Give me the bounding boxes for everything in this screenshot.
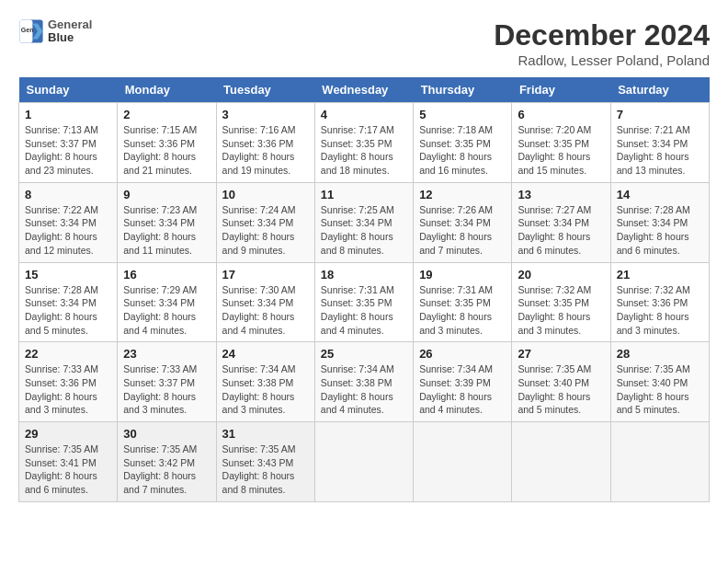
day-detail: Sunrise: 7:15 AM Sunset: 3:36 PM Dayligh… bbox=[123, 123, 210, 178]
day-number: 26 bbox=[419, 347, 506, 361]
calendar-cell: 20 Sunrise: 7:32 AM Sunset: 3:35 PM Dayl… bbox=[512, 262, 610, 342]
day-detail: Sunrise: 7:29 AM Sunset: 3:34 PM Dayligh… bbox=[123, 283, 210, 338]
day-detail: Sunrise: 7:31 AM Sunset: 3:35 PM Dayligh… bbox=[321, 283, 407, 338]
calendar-cell: 5 Sunrise: 7:18 AM Sunset: 3:35 PM Dayli… bbox=[414, 103, 512, 183]
day-number: 30 bbox=[123, 427, 210, 441]
day-number: 20 bbox=[518, 268, 604, 282]
calendar-cell: 23 Sunrise: 7:33 AM Sunset: 3:37 PM Dayl… bbox=[118, 342, 216, 422]
calendar-cell: 28 Sunrise: 7:35 AM Sunset: 3:40 PM Dayl… bbox=[610, 342, 709, 422]
calendar-day-header: Sunday bbox=[19, 77, 118, 103]
calendar-day-header: Saturday bbox=[610, 77, 709, 103]
calendar-cell: 10 Sunrise: 7:24 AM Sunset: 3:34 PM Dayl… bbox=[216, 182, 314, 262]
day-detail: Sunrise: 7:13 AM Sunset: 3:37 PM Dayligh… bbox=[25, 123, 111, 178]
day-number: 3 bbox=[222, 108, 309, 121]
calendar-week-row: 22 Sunrise: 7:33 AM Sunset: 3:36 PM Dayl… bbox=[19, 342, 710, 422]
calendar-cell: 18 Sunrise: 7:31 AM Sunset: 3:35 PM Dayl… bbox=[314, 262, 413, 342]
day-detail: Sunrise: 7:31 AM Sunset: 3:35 PM Dayligh… bbox=[419, 283, 506, 338]
calendar-cell bbox=[610, 422, 709, 502]
day-detail: Sunrise: 7:23 AM Sunset: 3:34 PM Dayligh… bbox=[123, 203, 210, 258]
logo: Gen General Blue bbox=[18, 18, 92, 45]
day-detail: Sunrise: 7:33 AM Sunset: 3:36 PM Dayligh… bbox=[25, 362, 111, 417]
day-number: 17 bbox=[222, 268, 309, 282]
day-number: 2 bbox=[123, 108, 210, 121]
day-detail: Sunrise: 7:35 AM Sunset: 3:40 PM Dayligh… bbox=[617, 362, 703, 417]
svg-text:Gen: Gen bbox=[21, 28, 34, 34]
calendar-cell: 27 Sunrise: 7:35 AM Sunset: 3:40 PM Dayl… bbox=[512, 342, 610, 422]
calendar-cell: 8 Sunrise: 7:22 AM Sunset: 3:34 PM Dayli… bbox=[19, 182, 118, 262]
calendar-header-row: SundayMondayTuesdayWednesdayThursdayFrid… bbox=[19, 77, 710, 103]
day-detail: Sunrise: 7:24 AM Sunset: 3:34 PM Dayligh… bbox=[222, 203, 309, 258]
day-number: 19 bbox=[419, 268, 506, 282]
calendar-cell bbox=[314, 422, 413, 502]
page-header: Gen General Blue December 2024 Radlow, L… bbox=[18, 18, 710, 68]
calendar-cell: 30 Sunrise: 7:35 AM Sunset: 3:42 PM Dayl… bbox=[118, 422, 216, 502]
calendar-cell: 16 Sunrise: 7:29 AM Sunset: 3:34 PM Dayl… bbox=[118, 262, 216, 342]
calendar-cell: 25 Sunrise: 7:34 AM Sunset: 3:38 PM Dayl… bbox=[314, 342, 413, 422]
day-number: 21 bbox=[617, 268, 703, 282]
calendar-day-header: Thursday bbox=[414, 77, 512, 103]
calendar-cell: 31 Sunrise: 7:35 AM Sunset: 3:43 PM Dayl… bbox=[216, 422, 314, 502]
day-detail: Sunrise: 7:22 AM Sunset: 3:34 PM Dayligh… bbox=[25, 203, 111, 258]
calendar-day-header: Wednesday bbox=[314, 77, 413, 103]
logo-icon: Gen bbox=[18, 18, 44, 44]
day-detail: Sunrise: 7:35 AM Sunset: 3:41 PM Dayligh… bbox=[25, 442, 111, 497]
day-detail: Sunrise: 7:26 AM Sunset: 3:34 PM Dayligh… bbox=[419, 203, 506, 258]
day-detail: Sunrise: 7:32 AM Sunset: 3:35 PM Dayligh… bbox=[518, 283, 604, 338]
calendar-cell: 4 Sunrise: 7:17 AM Sunset: 3:35 PM Dayli… bbox=[314, 103, 413, 183]
day-detail: Sunrise: 7:20 AM Sunset: 3:35 PM Dayligh… bbox=[518, 123, 604, 178]
day-number: 28 bbox=[617, 347, 703, 361]
calendar-cell bbox=[414, 422, 512, 502]
day-number: 18 bbox=[321, 268, 407, 282]
day-detail: Sunrise: 7:28 AM Sunset: 3:34 PM Dayligh… bbox=[617, 203, 703, 258]
calendar-cell: 12 Sunrise: 7:26 AM Sunset: 3:34 PM Dayl… bbox=[414, 182, 512, 262]
day-number: 11 bbox=[321, 188, 407, 201]
calendar-cell: 22 Sunrise: 7:33 AM Sunset: 3:36 PM Dayl… bbox=[19, 342, 118, 422]
day-detail: Sunrise: 7:34 AM Sunset: 3:39 PM Dayligh… bbox=[419, 362, 506, 417]
day-number: 7 bbox=[617, 108, 703, 121]
day-detail: Sunrise: 7:27 AM Sunset: 3:34 PM Dayligh… bbox=[518, 203, 604, 258]
day-number: 10 bbox=[222, 188, 309, 201]
calendar-cell: 3 Sunrise: 7:16 AM Sunset: 3:36 PM Dayli… bbox=[216, 103, 314, 183]
calendar-table: SundayMondayTuesdayWednesdayThursdayFrid… bbox=[18, 77, 710, 502]
calendar-cell: 19 Sunrise: 7:31 AM Sunset: 3:35 PM Dayl… bbox=[414, 262, 512, 342]
day-number: 27 bbox=[518, 347, 604, 361]
calendar-cell: 15 Sunrise: 7:28 AM Sunset: 3:34 PM Dayl… bbox=[19, 262, 118, 342]
calendar-cell bbox=[512, 422, 610, 502]
calendar-cell: 13 Sunrise: 7:27 AM Sunset: 3:34 PM Dayl… bbox=[512, 182, 610, 262]
day-detail: Sunrise: 7:35 AM Sunset: 3:42 PM Dayligh… bbox=[123, 442, 210, 497]
calendar-week-row: 1 Sunrise: 7:13 AM Sunset: 3:37 PM Dayli… bbox=[19, 103, 710, 183]
calendar-cell: 9 Sunrise: 7:23 AM Sunset: 3:34 PM Dayli… bbox=[118, 182, 216, 262]
day-number: 1 bbox=[25, 108, 111, 121]
day-number: 4 bbox=[321, 108, 407, 121]
day-number: 6 bbox=[518, 108, 604, 121]
calendar-cell: 26 Sunrise: 7:34 AM Sunset: 3:39 PM Dayl… bbox=[414, 342, 512, 422]
calendar-cell: 7 Sunrise: 7:21 AM Sunset: 3:34 PM Dayli… bbox=[610, 103, 709, 183]
calendar-cell: 29 Sunrise: 7:35 AM Sunset: 3:41 PM Dayl… bbox=[19, 422, 118, 502]
logo-line2: Blue bbox=[48, 31, 92, 44]
day-number: 23 bbox=[123, 347, 210, 361]
day-number: 24 bbox=[222, 347, 309, 361]
day-number: 5 bbox=[419, 108, 506, 121]
calendar-week-row: 8 Sunrise: 7:22 AM Sunset: 3:34 PM Dayli… bbox=[19, 182, 710, 262]
day-number: 13 bbox=[518, 188, 604, 201]
calendar-cell: 6 Sunrise: 7:20 AM Sunset: 3:35 PM Dayli… bbox=[512, 103, 610, 183]
day-detail: Sunrise: 7:33 AM Sunset: 3:37 PM Dayligh… bbox=[123, 362, 210, 417]
logo-line1: General bbox=[48, 18, 92, 31]
calendar-week-row: 15 Sunrise: 7:28 AM Sunset: 3:34 PM Dayl… bbox=[19, 262, 710, 342]
day-detail: Sunrise: 7:34 AM Sunset: 3:38 PM Dayligh… bbox=[222, 362, 309, 417]
calendar-cell: 11 Sunrise: 7:25 AM Sunset: 3:34 PM Dayl… bbox=[314, 182, 413, 262]
calendar-cell: 1 Sunrise: 7:13 AM Sunset: 3:37 PM Dayli… bbox=[19, 103, 118, 183]
day-number: 12 bbox=[419, 188, 506, 201]
day-detail: Sunrise: 7:18 AM Sunset: 3:35 PM Dayligh… bbox=[419, 123, 506, 178]
calendar-cell: 21 Sunrise: 7:32 AM Sunset: 3:36 PM Dayl… bbox=[610, 262, 709, 342]
day-number: 31 bbox=[222, 427, 309, 441]
day-number: 16 bbox=[123, 268, 210, 282]
day-detail: Sunrise: 7:25 AM Sunset: 3:34 PM Dayligh… bbox=[321, 203, 407, 258]
day-detail: Sunrise: 7:17 AM Sunset: 3:35 PM Dayligh… bbox=[321, 123, 407, 178]
day-detail: Sunrise: 7:32 AM Sunset: 3:36 PM Dayligh… bbox=[617, 283, 703, 338]
day-detail: Sunrise: 7:16 AM Sunset: 3:36 PM Dayligh… bbox=[222, 123, 309, 178]
day-number: 22 bbox=[25, 347, 111, 361]
page-title: December 2024 bbox=[494, 18, 710, 52]
title-area: December 2024 Radlow, Lesser Poland, Pol… bbox=[494, 18, 710, 68]
day-detail: Sunrise: 7:30 AM Sunset: 3:34 PM Dayligh… bbox=[222, 283, 309, 338]
